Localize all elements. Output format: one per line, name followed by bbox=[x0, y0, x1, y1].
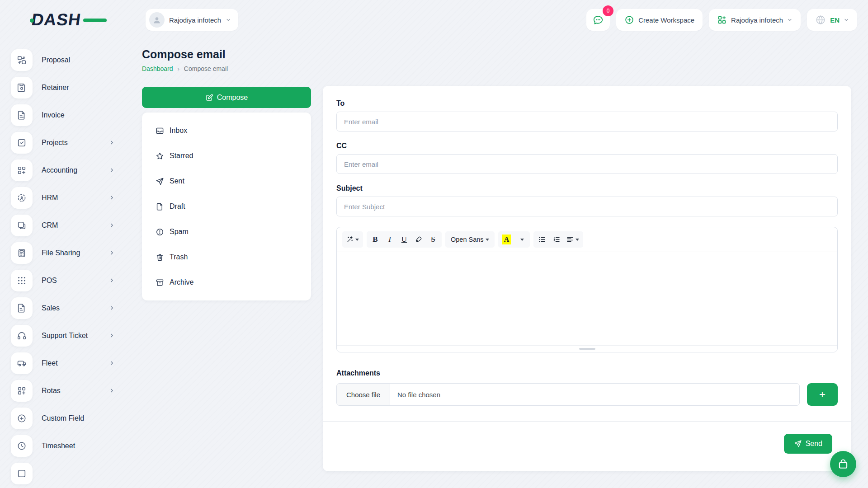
sidebar-item[interactable]: HRM bbox=[11, 184, 133, 211]
sidebar-item[interactable] bbox=[11, 460, 133, 487]
sidebar-item-label: Timesheet bbox=[42, 442, 75, 450]
chat-icon bbox=[592, 14, 604, 26]
sidebar-item[interactable]: Projects bbox=[11, 129, 133, 156]
mail-folder-item[interactable]: Trash bbox=[142, 244, 311, 270]
sidebar-item[interactable]: Invoice bbox=[11, 101, 133, 129]
crm-icon bbox=[17, 221, 27, 230]
editor-body[interactable] bbox=[337, 252, 837, 345]
subject-input[interactable] bbox=[336, 197, 838, 216]
sidebar-item[interactable]: Rotas bbox=[11, 377, 133, 404]
cc-input[interactable] bbox=[336, 154, 838, 174]
mail-folder-item[interactable]: Spam bbox=[142, 219, 311, 244]
eraser-button[interactable] bbox=[412, 233, 425, 246]
language-code: EN bbox=[830, 16, 840, 24]
sidebar-item[interactable]: File Sharing bbox=[11, 239, 133, 267]
workspace-switcher[interactable]: Rajodiya infotech bbox=[146, 9, 238, 31]
sales-icon bbox=[17, 303, 27, 313]
messages-button[interactable]: 0 bbox=[586, 9, 610, 31]
chevron-right-icon bbox=[109, 388, 115, 394]
language-menu[interactable]: EN bbox=[807, 9, 857, 31]
hrm-icon bbox=[17, 193, 27, 203]
chevron-right-icon bbox=[109, 333, 115, 338]
custom-field-icon bbox=[17, 413, 27, 423]
italic-button[interactable]: I bbox=[383, 233, 396, 246]
to-input[interactable] bbox=[336, 112, 838, 131]
logo-text: DASH bbox=[30, 10, 82, 29]
ordered-list-button[interactable] bbox=[550, 233, 563, 246]
bold-button[interactable]: B bbox=[368, 233, 382, 246]
choose-file-button[interactable]: Choose file bbox=[337, 384, 390, 405]
send-row: Send bbox=[336, 422, 838, 454]
file-sharing-icon bbox=[17, 248, 27, 258]
fleet-icon bbox=[17, 358, 27, 368]
compose-email-card: To CC Subject B I U bbox=[323, 86, 851, 471]
main-content: Compose email Dashboard › Compose email … bbox=[133, 40, 868, 488]
unordered-list-button[interactable] bbox=[535, 233, 549, 246]
send-button[interactable]: Send bbox=[784, 434, 832, 454]
sidebar-item-label: CRM bbox=[42, 221, 58, 230]
send-plane-icon bbox=[794, 440, 802, 448]
mail-folder-label: Archive bbox=[170, 278, 193, 286]
sent-icon bbox=[156, 177, 164, 186]
file-input[interactable]: Choose file No file chosen bbox=[336, 383, 800, 406]
sidebar-item[interactable]: Fleet bbox=[11, 349, 133, 377]
rotas-icon bbox=[17, 386, 27, 396]
draft-icon bbox=[156, 202, 164, 211]
underline-button[interactable]: U bbox=[397, 233, 411, 246]
sidebar-item[interactable]: POS bbox=[11, 267, 133, 294]
create-workspace-button[interactable]: Create Workspace bbox=[616, 9, 703, 31]
sidebar-item[interactable]: Custom Field bbox=[11, 404, 133, 432]
sidebar-item[interactable]: Accounting bbox=[11, 156, 133, 184]
sidebar-item[interactable]: Support Ticket bbox=[11, 322, 133, 349]
chevron-right-icon bbox=[109, 195, 115, 201]
mail-folder-label: Sent bbox=[170, 177, 184, 185]
editor-resize-handle[interactable] bbox=[337, 345, 837, 352]
chevron-right-icon bbox=[109, 250, 115, 256]
to-label: To bbox=[336, 99, 838, 108]
sidebar-item-label: Rotas bbox=[42, 387, 61, 395]
sidebar-item[interactable]: CRM bbox=[11, 211, 133, 239]
mail-folder-label: Draft bbox=[170, 202, 185, 211]
company-menu[interactable]: Rajodiya infotech bbox=[709, 9, 801, 31]
paragraph-align-button[interactable] bbox=[564, 233, 581, 246]
spam-icon bbox=[156, 228, 164, 236]
subject-label: Subject bbox=[336, 184, 838, 192]
mail-folder-item[interactable]: Archive bbox=[142, 270, 311, 295]
sidebar-item[interactable]: Proposal bbox=[11, 46, 133, 74]
partial-icon bbox=[17, 469, 27, 479]
attachments-row: Choose file No file chosen + bbox=[336, 383, 838, 406]
text-color-button[interactable]: A bbox=[500, 233, 514, 246]
company-name: Rajodiya infotech bbox=[731, 16, 783, 24]
sidebar-item[interactable]: Sales bbox=[11, 294, 133, 322]
strikethrough-button[interactable]: S bbox=[426, 233, 440, 246]
chevron-right-icon bbox=[109, 305, 115, 311]
chevron-right-icon bbox=[109, 277, 115, 283]
resize-grip-icon bbox=[579, 348, 595, 350]
compose-button-label: Compose bbox=[217, 94, 248, 102]
sidebar-item[interactable]: Timesheet bbox=[11, 432, 133, 460]
cc-label: CC bbox=[336, 142, 838, 150]
compose-button[interactable]: Compose bbox=[142, 87, 311, 108]
chevron-right-icon bbox=[109, 360, 115, 366]
avatar bbox=[149, 12, 165, 28]
mail-folder-item[interactable]: Starred bbox=[142, 143, 311, 169]
add-attachment-button[interactable]: + bbox=[807, 383, 838, 406]
mail-folder-item[interactable]: Draft bbox=[142, 194, 311, 219]
magic-style-button[interactable] bbox=[344, 233, 361, 246]
font-family-dropdown[interactable]: Open Sans bbox=[447, 233, 493, 246]
sidebar-item-label: Accounting bbox=[42, 166, 77, 174]
mail-folder-item[interactable]: Sent bbox=[142, 169, 311, 194]
chevron-down-icon bbox=[226, 17, 231, 23]
mail-folder-item[interactable]: Inbox bbox=[142, 118, 311, 143]
app-logo[interactable]: DASH bbox=[32, 10, 99, 30]
mail-folder-label: Spam bbox=[170, 228, 189, 236]
highlight-color-icon: A bbox=[502, 235, 511, 244]
unordered-list-icon bbox=[538, 236, 546, 243]
chevron-right-icon bbox=[109, 167, 115, 173]
accounting-icon bbox=[17, 165, 27, 175]
logo-dot bbox=[30, 19, 34, 23]
text-color-dropdown[interactable] bbox=[514, 233, 528, 246]
sidebar-item[interactable]: Retainer bbox=[11, 74, 133, 101]
breadcrumb-dashboard-link[interactable]: Dashboard bbox=[142, 65, 173, 72]
store-fab-button[interactable] bbox=[830, 451, 856, 477]
